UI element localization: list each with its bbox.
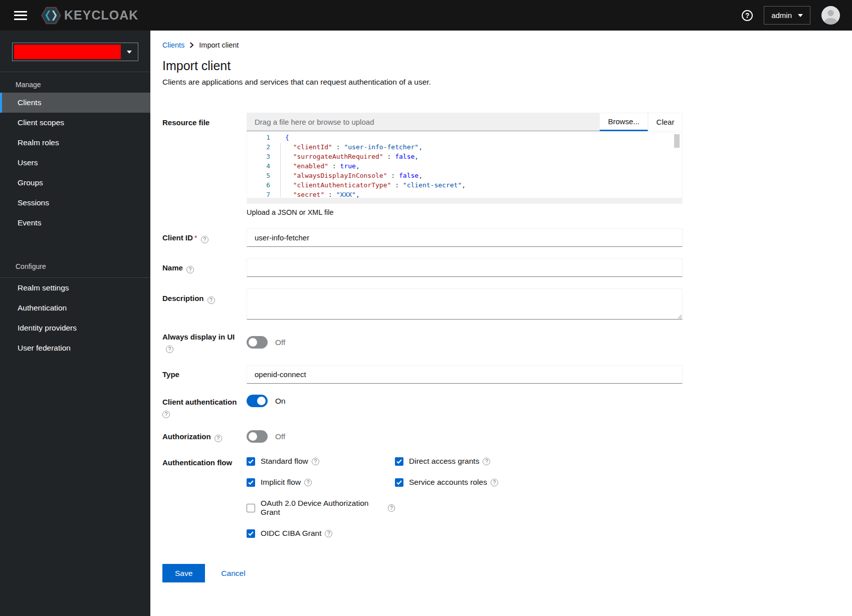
user-avatar[interactable] (821, 6, 840, 25)
help-icon[interactable] (742, 10, 753, 21)
breadcrumb-chevron-icon (189, 42, 194, 48)
save-button[interactable]: Save (162, 564, 205, 582)
checkbox-help-icon[interactable] (388, 504, 395, 512)
always-display-help-icon[interactable] (166, 346, 173, 353)
type-input[interactable] (247, 365, 683, 384)
line-number: 5 (247, 171, 280, 180)
line-number: 3 (247, 152, 280, 161)
hamburger-icon[interactable] (14, 9, 27, 22)
code-line-5: 5 "alwaysDisplayInConsole" : false, (247, 171, 682, 180)
realm-selector[interactable] (12, 43, 138, 61)
client-id-input[interactable] (247, 228, 683, 247)
sidebar-item-realm-roles[interactable]: Realm roles (0, 133, 150, 153)
client-auth-toggle-row: On (247, 395, 683, 407)
sidebar-item-clients[interactable]: Clients (0, 93, 150, 113)
cancel-button[interactable]: Cancel (221, 569, 245, 578)
browse-button[interactable]: Browse... (599, 113, 648, 131)
line-number: 6 (247, 180, 280, 190)
checkbox-label: Direct access grants (409, 457, 479, 466)
clear-button[interactable]: Clear (648, 113, 683, 131)
breadcrumb: Clients Import client (162, 41, 852, 49)
sidebar-item-users[interactable]: Users (0, 153, 150, 173)
file-upload: Browse... Clear (247, 113, 683, 131)
indent-guide (280, 143, 281, 197)
page-title: Import client (162, 59, 852, 73)
checkbox-checked-icon[interactable] (395, 457, 403, 466)
breadcrumb-clients-link[interactable]: Clients (162, 41, 184, 49)
always-display-toggle[interactable] (247, 336, 268, 349)
code-line-4: 4 "enabled" : true, (247, 161, 682, 171)
required-asterisk: * (194, 233, 197, 242)
code-line-1: 1{ (247, 133, 682, 142)
type-label: Type (162, 369, 247, 380)
form-actions: Save Cancel (162, 564, 683, 582)
checkbox-oidc-ciba-grant[interactable]: OIDC CIBA Grant (247, 529, 395, 538)
sidebar-item-authentication[interactable]: Authentication (0, 298, 150, 318)
sidebar-item-user-federation[interactable]: User federation (0, 338, 150, 358)
checkbox-direct-access-grants[interactable]: Direct access grants (395, 457, 498, 466)
editor-vertical-scrollbar[interactable] (674, 134, 680, 148)
checkbox-unchecked-icon[interactable] (247, 504, 255, 512)
always-display-toggle-row: Off (247, 336, 683, 349)
authorization-help-icon[interactable] (215, 435, 222, 442)
client-auth-toggle[interactable] (247, 395, 268, 407)
checkbox-checked-icon[interactable] (247, 457, 255, 466)
checkbox-checked-icon[interactable] (395, 478, 403, 487)
checkbox-label: Implicit flow (261, 478, 301, 487)
authorization-toggle[interactable] (247, 430, 268, 443)
checkbox-label: Service accounts roles (409, 478, 487, 487)
client-auth-label: Client authentication (162, 395, 247, 418)
realm-name-redacted (14, 45, 121, 59)
line-content: "enabled" : true, (280, 161, 360, 171)
page-description: Clients are applications and services th… (162, 78, 852, 87)
code-line-6: 6 "clientAuthenticatorType" : "client-se… (247, 180, 682, 190)
user-menu-dropdown[interactable]: admin (764, 6, 810, 25)
resource-code-editor[interactable]: 1{2 "clientId" : "user-info-fetcher",3 "… (247, 132, 683, 204)
checkbox-help-icon[interactable] (483, 458, 490, 465)
line-content: "clientAuthenticatorType" : "client-secr… (280, 180, 466, 190)
sidebar-item-sessions[interactable]: Sessions (0, 193, 150, 213)
sidebar-item-identity-providers[interactable]: Identity providers (0, 318, 150, 338)
file-upload-input[interactable] (247, 113, 599, 131)
client-id-help-icon[interactable] (201, 236, 208, 243)
sidebar: ManageClientsClient scopesRealm rolesUse… (0, 31, 150, 616)
code-line-3: 3 "surrogateAuthRequired" : false, (247, 152, 682, 161)
checkbox-checked-icon[interactable] (247, 529, 255, 538)
resource-file-label: Resource file (162, 113, 247, 216)
name-label: Name (162, 262, 247, 273)
client-id-label: Client ID* (162, 232, 247, 243)
editor-horizontal-scrollbar[interactable] (247, 198, 682, 203)
nav-section-title-configure: Configure (0, 254, 150, 274)
checkbox-label: Standard flow (261, 457, 308, 466)
name-input[interactable] (247, 258, 683, 277)
client-auth-state: On (275, 397, 286, 406)
checkbox-checked-icon[interactable] (247, 478, 255, 487)
checkbox-help-icon[interactable] (491, 479, 498, 486)
checkbox-service-accounts-roles[interactable]: Service accounts roles (395, 478, 498, 487)
line-number: 2 (247, 142, 280, 152)
checkbox-label: OIDC CIBA Grant (261, 529, 321, 538)
sidebar-item-client-scopes[interactable]: Client scopes (0, 113, 150, 133)
auth-flow-label: Authentication flow (162, 457, 247, 538)
authorization-state: Off (275, 432, 285, 441)
description-input[interactable] (247, 288, 683, 320)
sidebar-item-realm-settings[interactable]: Realm settings (0, 278, 150, 298)
description-help-icon[interactable] (207, 296, 215, 304)
checkbox-oauth-2-0-device-authorization-grant[interactable]: OAuth 2.0 Device Authorization Grant (247, 499, 395, 517)
brand-text: KEYCLOAK (64, 8, 138, 23)
sidebar-item-events[interactable]: Events (0, 213, 150, 233)
client-auth-help-icon[interactable] (162, 411, 170, 418)
sidebar-item-groups[interactable]: Groups (0, 173, 150, 193)
name-help-icon[interactable] (186, 266, 194, 273)
line-content: "clientId" : "user-info-fetcher", (280, 142, 422, 152)
import-client-form: Resource file Browse... Clear 1{2 "clien… (162, 113, 683, 582)
checkbox-implicit-flow[interactable]: Implicit flow (247, 478, 395, 487)
checkbox-help-icon[interactable] (325, 530, 332, 537)
checkbox-help-icon[interactable] (304, 479, 312, 486)
checkbox-help-icon[interactable] (312, 458, 319, 465)
line-content: "surrogateAuthRequired" : false, (280, 152, 418, 161)
checkbox-standard-flow[interactable]: Standard flow (247, 457, 395, 466)
main-content: Clients Import client Import client Clie… (150, 31, 852, 616)
nav-section-title-manage: Manage (0, 72, 150, 93)
realm-caret-icon (127, 51, 132, 54)
